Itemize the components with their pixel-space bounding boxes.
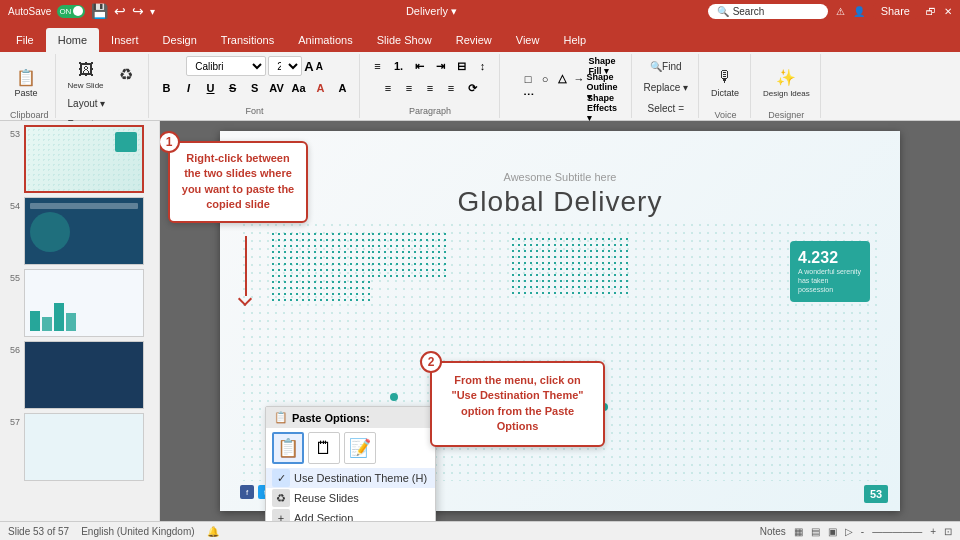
dropdown-arrow[interactable]: ▾: [451, 5, 457, 17]
paste-button[interactable]: 📋 Paste: [10, 56, 42, 108]
bullets-button[interactable]: ≡: [368, 56, 388, 76]
change-case-button[interactable]: Aa: [289, 78, 309, 98]
slide-sorter-icon[interactable]: ▤: [811, 526, 820, 537]
shape-5-button[interactable]: ⋯: [520, 88, 536, 104]
restore-icon[interactable]: 🗗: [926, 6, 936, 17]
tab-view[interactable]: View: [504, 28, 552, 52]
replace-button[interactable]: Replace ▾: [640, 77, 692, 97]
paste-icon-2[interactable]: 🗒: [308, 432, 340, 464]
close-icon[interactable]: ✕: [944, 6, 952, 17]
tab-design[interactable]: Design: [151, 28, 209, 52]
tab-insert[interactable]: Insert: [99, 28, 151, 52]
slide-thumb-54[interactable]: 54: [4, 197, 155, 265]
drawing-content: □ ○ △ → ⋯ Shape Fill ▾ Shape Outline ▾ S…: [508, 56, 625, 118]
dictate-button[interactable]: 🎙 Dictate: [707, 56, 743, 108]
shadow-button[interactable]: S: [245, 78, 265, 98]
add-section-icon: +: [272, 509, 290, 521]
reuse-slides-button[interactable]: ♻: [110, 56, 142, 92]
add-section-label: Add Section: [294, 512, 353, 521]
font-family-select[interactable]: Calibri: [186, 56, 266, 76]
design-ideas-button[interactable]: ✨ Design Ideas: [759, 56, 814, 108]
redo-icon[interactable]: ↪: [132, 3, 144, 19]
align-left-button[interactable]: ≡: [378, 78, 398, 98]
numbering-button[interactable]: 1.: [389, 56, 409, 76]
justify-button[interactable]: ≡: [441, 78, 461, 98]
paste-icon-3[interactable]: 📝: [344, 432, 376, 464]
ribbon-group-paragraph: ≡ 1. ⇤ ⇥ ⊟ ↕ ≡ ≡ ≡ ≡ ⟳ Paragraph: [362, 54, 500, 118]
editing-content: 🔍 Find Replace ▾ Select =: [640, 56, 692, 118]
char-spacing-button[interactable]: AV: [267, 78, 287, 98]
tab-slideshow[interactable]: Slide Show: [365, 28, 444, 52]
slideshow-icon[interactable]: ▷: [845, 526, 853, 537]
slide-page-number: 53: [864, 485, 888, 503]
share-button[interactable]: Share: [873, 3, 918, 19]
shape-2-button[interactable]: ○: [537, 71, 553, 87]
context-item-use-destination[interactable]: ✓ Use Destination Theme (H): [266, 468, 435, 488]
line-spacing-button[interactable]: ↕: [473, 56, 493, 76]
zoom-in-icon[interactable]: +: [930, 526, 936, 537]
autosave-toggle[interactable]: ON: [57, 5, 85, 18]
tab-transitions[interactable]: Transitions: [209, 28, 286, 52]
slide-img-54[interactable]: [24, 197, 144, 265]
tab-file[interactable]: File: [4, 28, 46, 52]
decrease-indent-button[interactable]: ⇤: [410, 56, 430, 76]
shape-3-button[interactable]: △: [554, 71, 570, 87]
shape-4-button[interactable]: →: [571, 71, 587, 87]
context-item-add-section[interactable]: + Add Section: [266, 508, 435, 521]
title-bar: AutoSave ON 💾 ↩ ↪ ▾ Deliverly ▾ 🔍 Search…: [0, 0, 960, 22]
select-button[interactable]: Select =: [644, 98, 688, 118]
ribbon-content: 📋 Paste Clipboard 🖼 New Slide ♻: [0, 52, 960, 120]
slide-thumb-57[interactable]: 57: [4, 413, 155, 481]
callout-2: 2 From the menu, click on "Use Destinati…: [430, 361, 605, 447]
highlight-button[interactable]: A: [333, 78, 353, 98]
find-button[interactable]: 🔍 Find: [646, 56, 685, 76]
tab-home[interactable]: Home: [46, 28, 99, 52]
fit-slide-icon[interactable]: ⊡: [944, 526, 952, 537]
undo-icon[interactable]: ↩: [114, 3, 126, 19]
search-box[interactable]: 🔍 Search: [708, 4, 828, 19]
align-center-button[interactable]: ≡: [399, 78, 419, 98]
reading-view-icon[interactable]: ▣: [828, 526, 837, 537]
new-slide-button[interactable]: 🖼 New Slide: [64, 56, 108, 92]
slide-img-56[interactable]: [24, 341, 144, 409]
text-columns-button[interactable]: ⊟: [452, 56, 472, 76]
slide-img-55[interactable]: [24, 269, 144, 337]
align-right-button[interactable]: ≡: [420, 78, 440, 98]
increase-indent-button[interactable]: ⇥: [431, 56, 451, 76]
slide-img-53[interactable]: [24, 125, 144, 193]
slide-thumb-56[interactable]: 56: [4, 341, 155, 409]
increase-font-icon[interactable]: A: [304, 59, 313, 74]
user-icon[interactable]: 👤: [853, 6, 865, 17]
zoom-out-icon[interactable]: -: [861, 526, 864, 537]
shape-1-button[interactable]: □: [520, 71, 536, 87]
strikethrough-button[interactable]: S: [223, 78, 243, 98]
font-label: Font: [157, 104, 353, 116]
decrease-font-icon[interactable]: A: [316, 61, 323, 72]
text-direction-button[interactable]: ⟳: [462, 78, 482, 98]
slide-thumb-53[interactable]: 53: [4, 125, 155, 193]
bold-button[interactable]: B: [157, 78, 177, 98]
shape-effects-button[interactable]: Shape Effects ▾: [592, 98, 612, 118]
facebook-icon: f: [240, 485, 254, 499]
context-item-reuse-slides[interactable]: ♻ Reuse Slides: [266, 488, 435, 508]
normal-view-icon[interactable]: ▦: [794, 526, 803, 537]
italic-button[interactable]: I: [179, 78, 199, 98]
context-menu: 📋 Paste Options: 📋 🗒 📝 ✓ Use Destination…: [265, 406, 436, 521]
underline-button[interactable]: U: [201, 78, 221, 98]
font-size-select[interactable]: 24: [268, 56, 302, 76]
font-color-button[interactable]: A: [311, 78, 331, 98]
notes-button[interactable]: Notes: [760, 526, 786, 537]
paragraph-content: ≡ 1. ⇤ ⇥ ⊟ ↕ ≡ ≡ ≡ ≡ ⟳: [368, 56, 493, 104]
zoom-slider[interactable]: —————: [872, 526, 922, 537]
ribbon-group-designer: ✨ Design Ideas Designer: [753, 54, 821, 118]
customize-icon[interactable]: ▾: [150, 6, 155, 17]
tab-review[interactable]: Review: [444, 28, 504, 52]
layout-button[interactable]: Layout ▾: [64, 93, 110, 113]
save-icon[interactable]: 💾: [91, 3, 108, 19]
slide-img-57[interactable]: [24, 413, 144, 481]
slide-thumb-55[interactable]: 55: [4, 269, 155, 337]
paste-icon-1[interactable]: 📋: [272, 432, 304, 464]
tab-animations[interactable]: Animations: [286, 28, 364, 52]
tab-help[interactable]: Help: [551, 28, 598, 52]
callout-2-text: From the menu, click on "Use Destination…: [451, 374, 583, 432]
